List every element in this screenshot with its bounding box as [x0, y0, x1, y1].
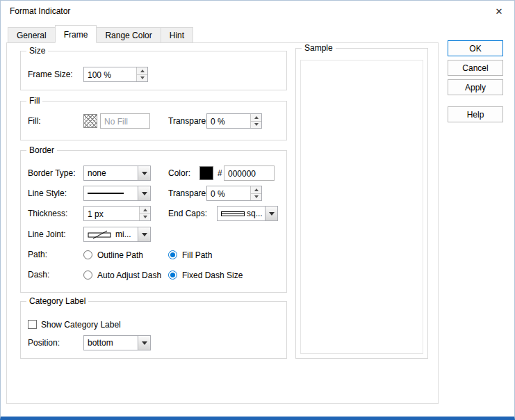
color-label: Color:: [168, 165, 190, 181]
dash-label: Dash:: [28, 267, 49, 282]
help-button[interactable]: Help: [448, 106, 503, 122]
line-style-label: Line Style:: [28, 186, 67, 201]
end-caps-dropdown[interactable]: sq...: [217, 206, 278, 221]
end-caps-preview: sq...: [218, 207, 265, 220]
category-label-group-title: Category Label: [26, 296, 88, 306]
sample-group-title: Sample: [302, 43, 336, 53]
line-joint-label: Line Joint:: [28, 227, 66, 242]
down-arrow-icon: [143, 216, 147, 218]
end-caps-label: End Caps:: [168, 206, 207, 221]
frame-size-spinner[interactable]: 100 %: [83, 67, 148, 82]
title-bar: Format Indicator ✕: [1, 1, 514, 22]
show-category-label-checkbox[interactable]: [28, 320, 37, 329]
solid-line-icon: [88, 193, 124, 194]
thickness-label: Thickness:: [28, 206, 67, 221]
border-transparency-spinner[interactable]: 0 %: [206, 186, 262, 201]
tab-strip: General Frame Range Color Hint: [8, 25, 193, 43]
close-icon[interactable]: ✕: [490, 3, 508, 19]
square-cap-icon: [221, 211, 245, 216]
dropdown-button[interactable]: [138, 336, 150, 350]
no-fill-pattern-icon[interactable]: [83, 114, 97, 128]
ok-button[interactable]: OK: [448, 40, 503, 56]
chevron-down-icon: [142, 172, 147, 175]
end-caps-value: sq...: [247, 209, 263, 218]
tab-hint[interactable]: Hint: [161, 27, 193, 43]
thickness-spinner[interactable]: 1 px: [83, 206, 151, 221]
border-group: Border Border Type: none Color: # 000000…: [20, 150, 287, 293]
apply-button[interactable]: Apply: [448, 79, 503, 95]
sample-preview-area: [300, 60, 423, 354]
frame-size-value[interactable]: 100 %: [84, 67, 136, 81]
size-group-title: Size: [26, 46, 48, 56]
position-label: Position:: [28, 335, 60, 350]
frame-size-label: Frame Size:: [28, 67, 73, 82]
miter-joint-icon: [88, 230, 115, 239]
up-arrow-icon: [254, 188, 259, 191]
fixed-dash-size-radio-label[interactable]: Fixed Dash Size: [182, 270, 243, 281]
outline-path-radio-label[interactable]: Outline Path: [97, 250, 143, 261]
fill-value-field[interactable]: No Fill: [100, 113, 150, 129]
fixed-dash-size-radio[interactable]: [168, 270, 177, 280]
down-arrow-icon: [254, 195, 259, 198]
sample-group: Sample: [295, 48, 428, 359]
line-joint-preview: mi...: [84, 227, 138, 241]
fill-group-title: Fill: [26, 96, 42, 106]
fill-group: Fill Fill: No Fill Transparency: 0 %: [20, 101, 287, 140]
tab-range-color[interactable]: Range Color: [96, 27, 161, 43]
dropdown-button[interactable]: [138, 166, 150, 180]
dropdown-button[interactable]: [138, 186, 150, 200]
tab-general[interactable]: General: [8, 27, 56, 43]
border-group-title: Border: [26, 145, 57, 155]
fill-path-radio[interactable]: [168, 250, 177, 259]
spin-up-button[interactable]: [251, 114, 261, 121]
dropdown-button[interactable]: [265, 207, 277, 220]
frame-size-spin-buttons: [136, 67, 147, 81]
auto-adjust-dash-radio[interactable]: [83, 270, 92, 280]
outline-path-radio[interactable]: [83, 250, 92, 259]
up-arrow-icon: [140, 70, 145, 72]
position-dropdown[interactable]: bottom: [83, 335, 151, 350]
fill-transparency-spin-buttons: [250, 114, 261, 128]
border-type-dropdown[interactable]: none: [83, 165, 151, 181]
spin-down-button[interactable]: [140, 213, 150, 221]
spin-up-button[interactable]: [137, 67, 147, 74]
spin-up-button[interactable]: [251, 186, 261, 193]
up-arrow-icon: [254, 116, 259, 119]
thickness-value[interactable]: 1 px: [84, 207, 139, 220]
chevron-down-icon: [269, 212, 275, 216]
border-type-label: Border Type:: [28, 165, 75, 181]
dialog-title: Format Indicator: [10, 6, 70, 16]
fill-path-radio-label[interactable]: Fill Path: [182, 250, 212, 261]
spin-down-button[interactable]: [137, 74, 147, 82]
hex-prefix-label: #: [218, 165, 222, 181]
border-transparency-value[interactable]: 0 %: [207, 186, 250, 200]
tab-frame[interactable]: Frame: [55, 25, 97, 43]
chevron-down-icon: [142, 341, 147, 345]
spin-up-button[interactable]: [140, 207, 150, 213]
border-type-value: none: [84, 166, 138, 180]
spin-down-button[interactable]: [251, 121, 261, 129]
down-arrow-icon: [254, 123, 259, 126]
category-label-group: Category Label Show Category Label Posit…: [20, 301, 287, 359]
dropdown-button[interactable]: [138, 227, 150, 241]
path-label: Path:: [28, 247, 47, 262]
fill-transparency-spinner[interactable]: 0 %: [206, 113, 262, 129]
color-hex-field[interactable]: 000000: [224, 165, 275, 181]
fill-label: Fill:: [28, 113, 41, 129]
chevron-down-icon: [142, 233, 147, 236]
spin-down-button[interactable]: [251, 193, 261, 201]
line-style-dropdown[interactable]: [83, 186, 151, 201]
show-category-label-checkbox-label[interactable]: Show Category Label: [41, 320, 121, 330]
up-arrow-icon: [143, 209, 147, 211]
line-style-preview: [84, 186, 138, 200]
auto-adjust-dash-radio-label[interactable]: Auto Adjust Dash: [97, 270, 161, 281]
cancel-button[interactable]: Cancel: [448, 60, 503, 76]
format-indicator-dialog: Format Indicator ✕ General Frame Range C…: [0, 0, 515, 420]
line-joint-dropdown[interactable]: mi...: [83, 227, 151, 242]
color-swatch[interactable]: [199, 166, 213, 180]
chevron-down-icon: [142, 192, 147, 195]
border-transparency-spin-buttons: [250, 186, 261, 200]
fill-transparency-value[interactable]: 0 %: [207, 114, 250, 128]
down-arrow-icon: [140, 76, 145, 79]
size-group: Size Frame Size: 100 %: [20, 51, 287, 90]
